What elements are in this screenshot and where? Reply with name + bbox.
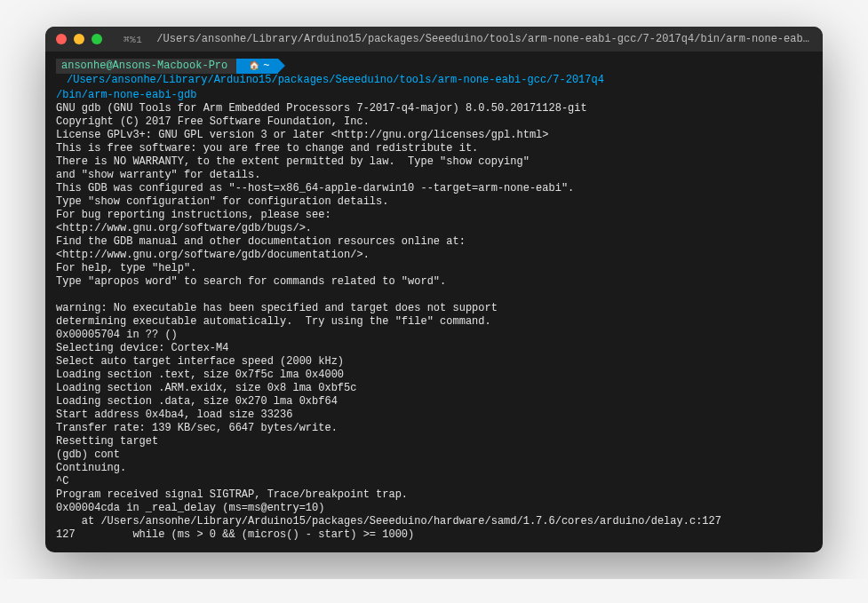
output-line: Copyright (C) 2017 Free Software Foundat… <box>56 115 812 129</box>
output-line: Find the GDB manual and other documentat… <box>56 235 812 249</box>
output-line: Start address 0x4ba4, load size 33236 <box>56 409 812 422</box>
prompt-path-1: /Users/ansonhe/Library/Arduino15/package… <box>67 74 604 87</box>
output-line: <http://www.gnu.org/software/gdb/bugs/>. <box>56 222 812 235</box>
output-line: Loading section .ARM.exidx, size 0x8 lma… <box>56 382 812 395</box>
home-icon: 🏠 <box>249 61 259 71</box>
title-bar: ⌘%1 /Users/ansonhe/Library/Arduino15/pac… <box>45 27 823 52</box>
output-line: GNU gdb (GNU Tools for Arm Embedded Proc… <box>56 102 812 115</box>
window-title: /Users/ansonhe/Library/Arduino15/package… <box>156 33 812 45</box>
output-line: Type "show configuration" for configurat… <box>56 195 812 209</box>
output-line: <http://www.gnu.org/software/gdb/documen… <box>56 249 812 262</box>
output-line: Loading section .text, size 0x7f5c lma 0… <box>56 369 812 382</box>
output-line: determining executable automatically. Tr… <box>56 315 812 329</box>
output-line: For bug reporting instructions, please s… <box>56 209 812 222</box>
output-line: License GPLv3+: GNU GPL version 3 or lat… <box>56 129 812 142</box>
output-line: 0x00005704 in ?? () <box>56 329 812 342</box>
output-line: 0x00004cda in _real_delay (ms=ms@entry=1… <box>56 502 812 515</box>
output-line: (gdb) cont <box>56 448 812 462</box>
output-line: Select auto target interface speed (2000… <box>56 355 812 369</box>
output-line: Resetting target <box>56 435 812 448</box>
prompt-home-badge: 🏠~ <box>236 59 278 74</box>
prompt-line: ansonhe@Ansons-Macbook-Pro 🏠~ /Users/ans… <box>56 59 812 87</box>
output-line: warning: No executable has been specifie… <box>56 302 812 315</box>
output-line: and "show warranty" for details. <box>56 169 812 182</box>
close-icon[interactable] <box>56 34 67 44</box>
output-line: Selecting device: Cortex-M4 <box>56 342 812 355</box>
output-line: at /Users/ansonhe/Library/Arduino15/pack… <box>56 515 812 528</box>
minimize-icon[interactable] <box>74 34 84 44</box>
window-shortcut: ⌘%1 <box>123 34 142 45</box>
prompt-user: ansonhe@Ansons-Macbook-Pro <box>56 59 236 74</box>
output-line: Continuing. <box>56 462 812 475</box>
output-line: Transfer rate: 139 KB/sec, 6647 bytes/wr… <box>56 422 812 435</box>
output-line: This GDB was configured as "--host=x86_6… <box>56 182 812 195</box>
terminal-body[interactable]: ansonhe@Ansons-Macbook-Pro 🏠~ /Users/ans… <box>45 52 823 552</box>
terminal-window: ⌘%1 /Users/ansonhe/Library/Arduino15/pac… <box>45 27 823 552</box>
maximize-icon[interactable] <box>92 34 102 44</box>
output-line <box>56 289 812 302</box>
output-line: Type "apropos word" to search for comman… <box>56 275 812 289</box>
traffic-lights <box>56 34 102 44</box>
output-line: Program received signal SIGTRAP, Trace/b… <box>56 488 812 502</box>
prompt-path-2: /bin/arm-none-eabi-gdb <box>56 89 812 102</box>
prompt-tilde: ~ <box>263 60 269 72</box>
terminal-output: GNU gdb (GNU Tools for Arm Embedded Proc… <box>56 102 812 542</box>
output-line: Loading section .data, size 0x270 lma 0x… <box>56 395 812 409</box>
output-line: ^C <box>56 475 812 488</box>
output-line: 127 while (ms > 0 && (micros() - start) … <box>56 528 812 542</box>
output-line: There is NO WARRANTY, to the extent perm… <box>56 155 812 169</box>
output-line: This is free software: you are free to c… <box>56 142 812 155</box>
output-line: For help, type "help". <box>56 262 812 275</box>
